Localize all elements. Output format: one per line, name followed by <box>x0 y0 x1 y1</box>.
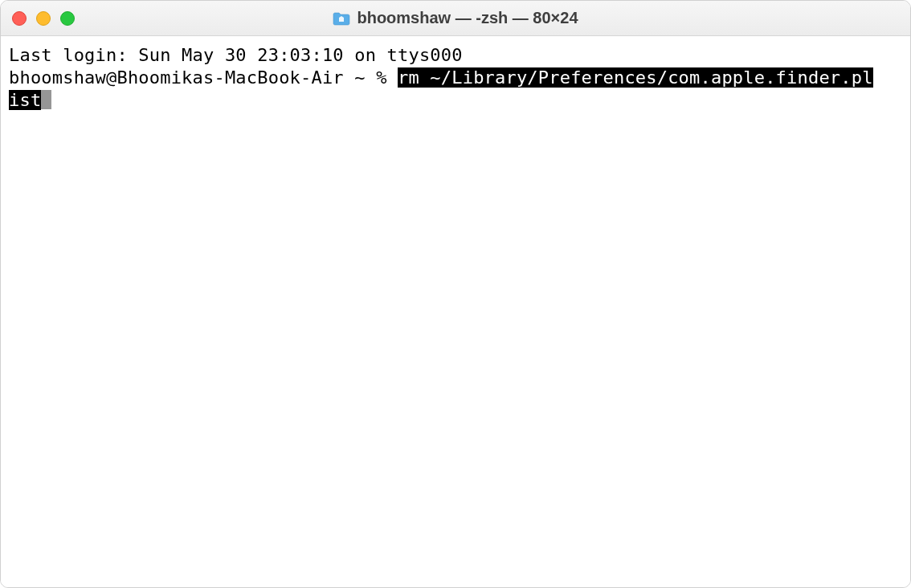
titlebar[interactable]: bhoomshaw — -zsh — 80×24 <box>1 1 910 36</box>
maximize-button[interactable] <box>60 11 75 26</box>
terminal-cursor <box>41 90 51 109</box>
minimize-button[interactable] <box>36 11 51 26</box>
home-folder-icon <box>333 11 350 26</box>
close-button[interactable] <box>12 11 27 26</box>
command-highlight-part2: ist <box>9 90 41 110</box>
terminal-window: bhoomshaw — -zsh — 80×24 Last login: Sun… <box>0 0 911 588</box>
traffic-lights <box>12 11 75 26</box>
prompt-line: bhoomshaw@Bhoomikas-MacBook-Air ~ % rm ~… <box>9 67 901 89</box>
command-highlight-part1: rm ~/Library/Preferences/com.apple.finde… <box>398 67 873 88</box>
last-login-line: Last login: Sun May 30 23:03:10 on ttys0… <box>9 44 901 67</box>
window-title-wrap: bhoomshaw — -zsh — 80×24 <box>1 9 910 27</box>
window-title: bhoomshaw — -zsh — 80×24 <box>357 9 578 27</box>
terminal-viewport[interactable]: Last login: Sun May 30 23:03:10 on ttys0… <box>1 36 910 587</box>
shell-prompt: bhoomshaw@Bhoomikas-MacBook-Air ~ % <box>9 67 398 88</box>
